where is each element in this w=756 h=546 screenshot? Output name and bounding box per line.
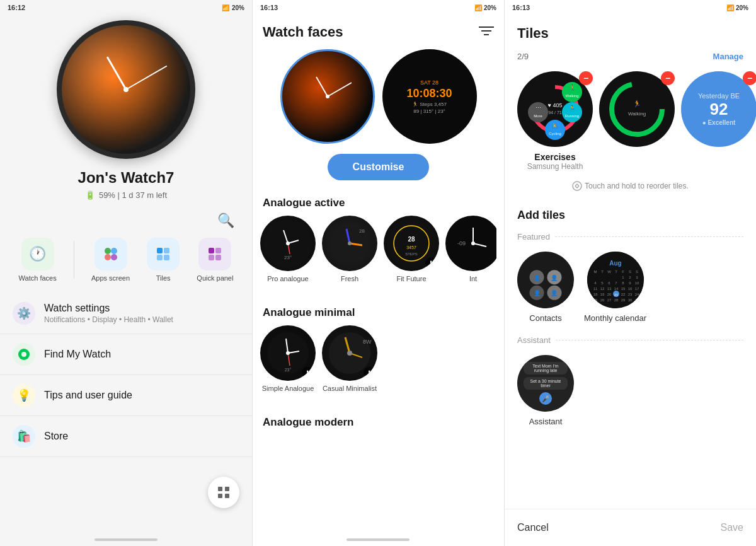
search-icon[interactable]: 🔍: [217, 212, 234, 229]
face-pro-analogue-thumb: 23°: [260, 216, 316, 271]
menu-find-watch[interactable]: Find My Watch: [0, 334, 252, 375]
assistant-tile-label: Assistant: [529, 417, 563, 426]
svg-text:🚴: 🚴: [552, 122, 558, 129]
face-fit-future-thumb: 28 3457 STEPS ⬇: [384, 216, 439, 271]
svg-text:94 / 71: 94 / 71: [548, 110, 562, 115]
blue-tile-sub: ● Excellent: [698, 119, 740, 126]
svg-text:13: 13: [607, 287, 611, 291]
nav-apps-screen[interactable]: Apps screen: [91, 238, 130, 282]
svg-text:Aug: Aug: [609, 260, 621, 267]
store-icon: 🛍️: [13, 425, 35, 448]
face-simple-analogue[interactable]: 23° ⬇ Simple Analogue: [260, 325, 316, 392]
settings-text: Watch settings Notifications • Display •…: [44, 303, 173, 324]
assistant-tile-add[interactable]: Text Mom I'm running late Set a 30 minut…: [517, 355, 574, 426]
ast-mic-icon: 🎤: [539, 392, 552, 405]
face-casual-minimalist[interactable]: 8W ⬇ Casual Minimalist: [322, 325, 377, 392]
svg-rect-4: [157, 248, 163, 253]
tiles-count: 2/9: [517, 52, 529, 61]
svg-point-30: [348, 241, 352, 245]
customize-button[interactable]: Customise: [328, 154, 430, 180]
contacts-label: Contacts: [529, 313, 561, 323]
remove-blue-button[interactable]: −: [743, 71, 756, 85]
exercise-tile[interactable]: − ♥ 405 94 / 71 🚶 Walking 🏃 Running: [517, 71, 593, 147]
face-fresh-label: Fresh: [341, 275, 358, 282]
svg-text:10: 10: [634, 281, 639, 285]
face-fit-future-label: Fit Future: [396, 275, 426, 282]
save-button[interactable]: Save: [721, 517, 743, 538]
nav-watch-faces[interactable]: 🕐 Watch faces: [19, 238, 57, 282]
contacts-tile-add[interactable]: 👤 👤 👤 👤 Contacts: [517, 252, 574, 323]
cancel-button[interactable]: Cancel: [517, 517, 549, 538]
svg-text:S: S: [628, 270, 631, 274]
panel2-title: Watch faces: [263, 24, 343, 40]
filter-icon[interactable]: [479, 25, 494, 40]
svg-text:3457: 3457: [406, 245, 416, 250]
svg-text:8W: 8W: [363, 339, 372, 345]
svg-point-2: [105, 254, 111, 260]
svg-point-25: [286, 241, 290, 245]
svg-text:29: 29: [621, 298, 625, 302]
manage-link[interactable]: Manage: [713, 52, 743, 61]
remove-exercise-button[interactable]: −: [579, 71, 593, 85]
face-pro-analogue[interactable]: 23° Pro analogue: [260, 216, 316, 282]
svg-text:12: 12: [600, 287, 604, 291]
quick-nav: 🕐 Watch faces Apps screen Tiles Quick pa…: [0, 231, 252, 288]
home-indicator-1: [94, 538, 158, 541]
nav-tiles[interactable]: Tiles: [147, 238, 180, 282]
watch-hour-hand: [106, 56, 127, 90]
face-pro-analogue-label: Pro analogue: [267, 275, 308, 282]
svg-text:11: 11: [593, 287, 597, 291]
svg-point-13: [21, 352, 26, 357]
menu-watch-settings[interactable]: ⚙️ Watch settings Notifications • Displa…: [0, 293, 252, 334]
monthly-calendar-tile-add[interactable]: Aug M T W T F S S 1 2 3 4 5 6 7: [584, 252, 646, 323]
svg-text:T: T: [615, 270, 617, 274]
menu-tips[interactable]: 💡 Tips and user guide: [0, 375, 252, 416]
watch-display: [57, 20, 195, 159]
reorder-hint: Touch and hold to reorder tiles.: [505, 176, 756, 200]
face-preview-selected[interactable]: [280, 49, 375, 144]
download-icon-casual: ⬇: [364, 367, 375, 378]
face-fit-future[interactable]: 28 3457 STEPS ⬇ Fit Future: [384, 216, 439, 282]
find-watch-icon: [13, 343, 35, 366]
face-int[interactable]: -09 Int: [445, 216, 496, 282]
tips-label: Tips and user guide: [44, 390, 132, 401]
svg-text:-09: -09: [457, 240, 466, 247]
reorder-text: Touch and hold to reorder tiles.: [585, 182, 689, 190]
add-tiles-title: Add tiles: [505, 200, 756, 227]
monthly-calendar-label: Monthly calendar: [584, 313, 646, 323]
svg-text:28: 28: [408, 236, 415, 243]
status-icons-3: 📶 20%: [726, 4, 748, 11]
nav-quick-panel[interactable]: Quick panel: [197, 238, 233, 282]
svg-text:W: W: [607, 270, 611, 274]
remove-walking-button[interactable]: −: [661, 71, 675, 85]
face-fresh-thumb: 28: [322, 216, 377, 271]
download-icon-simple: ⬇: [302, 367, 313, 378]
svg-text:♥ 405: ♥ 405: [548, 102, 563, 108]
exercise-tile-name: Exercises: [527, 152, 583, 162]
svg-point-1: [111, 248, 117, 254]
walking-tile[interactable]: − 🏃 Walking: [599, 71, 675, 147]
watch-min-hand: [126, 66, 168, 90]
svg-point-51: [347, 351, 352, 356]
exercise-tile-sub: Samsung Health: [527, 162, 583, 171]
face-preview-digital[interactable]: SAT 28 10:08:30 🏃 Steps 3,457 89 | 315° …: [382, 49, 477, 144]
bottom-actions: Cancel Save: [505, 509, 756, 546]
face-fresh[interactable]: 28 Fresh: [322, 216, 377, 282]
svg-text:👤: 👤: [534, 274, 541, 282]
svg-rect-17: [225, 494, 229, 498]
status-icons-1: 📶 20%: [222, 4, 244, 11]
panel-tiles: 16:13 📶 20% Tiles 2/9 Manage − ♥ 405 94 …: [504, 0, 756, 546]
nav-tiles-label: Tiles: [156, 274, 171, 282]
blue-tile-content: Yesterday BE 92 ● Excellent: [698, 92, 740, 126]
panel2-scroll: Analogue active 23° Pro analogue: [253, 190, 504, 546]
menu-store[interactable]: 🛍️ Store: [0, 416, 252, 457]
blue-tile[interactable]: − Yesterday BE 92 ● Excellent: [681, 71, 756, 147]
fab-button[interactable]: [208, 477, 239, 508]
svg-text:27: 27: [607, 298, 611, 302]
svg-rect-10: [209, 255, 214, 260]
svg-rect-7: [164, 255, 169, 260]
svg-text:20: 20: [607, 293, 611, 296]
svg-text:👤: 👤: [551, 289, 558, 297]
battery-pct-1: 20%: [232, 4, 244, 11]
watch-faces-icon: 🕐: [21, 238, 54, 270]
